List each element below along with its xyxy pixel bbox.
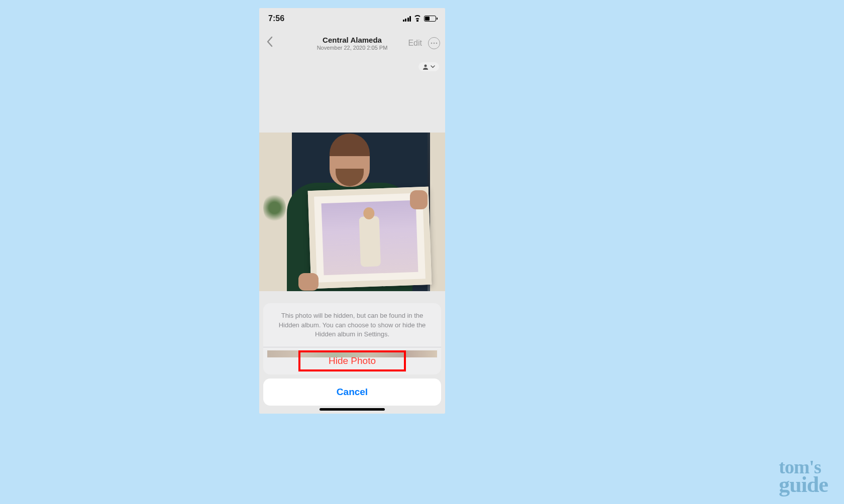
chevron-left-icon — [266, 36, 273, 47]
hide-photo-label: Hide Photo — [329, 355, 376, 366]
watermark-line2: guide — [779, 475, 828, 494]
back-button[interactable] — [264, 36, 275, 50]
status-time: 7:56 — [268, 14, 284, 23]
cancel-button[interactable]: Cancel — [263, 379, 441, 406]
navigation-bar: Central Alameda November 22, 2020 2:05 P… — [259, 29, 445, 57]
status-icons — [403, 16, 437, 22]
person-icon — [423, 64, 429, 70]
wifi-icon — [413, 16, 421, 22]
location-title: Central Alameda — [317, 36, 388, 44]
status-bar: 7:56 — [259, 8, 445, 29]
home-indicator[interactable] — [320, 408, 385, 411]
watermark-logo: tom's guide — [779, 459, 828, 494]
svg-point-0 — [431, 43, 433, 44]
cellular-signal-icon — [403, 16, 411, 22]
ellipsis-icon — [431, 42, 438, 44]
more-options-button[interactable] — [428, 37, 440, 49]
chevron-down-icon — [431, 65, 435, 68]
svg-point-1 — [434, 43, 435, 44]
people-badge[interactable] — [418, 62, 439, 71]
photo-content[interactable] — [259, 133, 445, 291]
date-time-subtitle: November 22, 2020 2:05 PM — [317, 45, 388, 51]
nav-title-group: Central Alameda November 22, 2020 2:05 P… — [317, 36, 388, 51]
svg-point-2 — [436, 43, 438, 44]
sheet-message: This photo will be hidden, but can be fo… — [263, 303, 441, 347]
hide-photo-button[interactable]: Hide Photo — [263, 347, 441, 374]
edit-button[interactable]: Edit — [408, 39, 422, 48]
battery-icon — [424, 16, 436, 22]
action-sheet: This photo will be hidden, but can be fo… — [263, 303, 441, 406]
svg-point-3 — [425, 65, 427, 67]
phone-screenshot: 7:56 Central Alameda November 22, 2020 2… — [259, 8, 445, 414]
